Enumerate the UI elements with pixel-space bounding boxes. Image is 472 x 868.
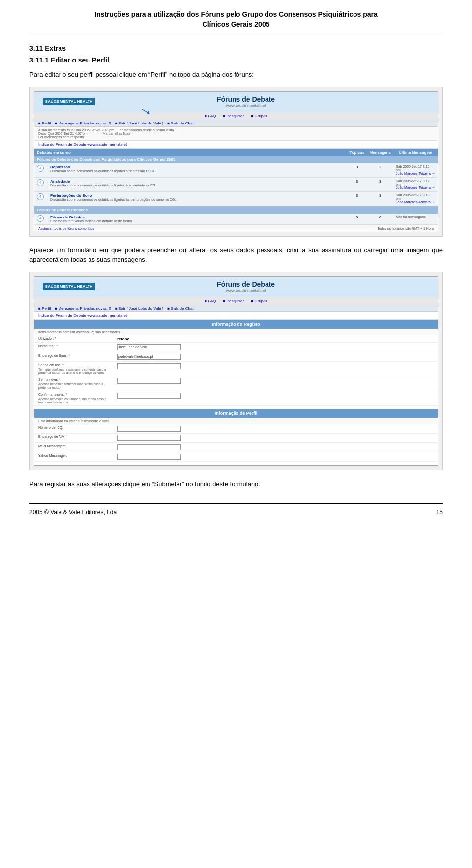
forum-footer-1: Assinalar todos os fóruns como lidos Tod… [34,225,438,232]
topics-count-depression: 3 [347,163,367,178]
msgs-count-ansiedade: 3 [367,177,393,191]
table-row: 4 Ansiedade Discussão sobre consensos ps… [34,177,438,191]
page-wrapper: Instruções para a utilização dos Fóruns … [0,0,472,535]
forum-nav-main-1: ■ Perfil ■ Mensagens Privadas novas: 0 ■… [34,120,438,127]
body-text-main: Aparece um formulário em que poderá pree… [30,246,442,265]
forum-breadcrumb-2: Índice do Fórum de Debate www.saude-ment… [34,312,438,320]
header-title-line1: Instruções para a utilização dos Fóruns … [94,10,378,18]
page-footer: 2005 © Vale & Vale Editores, Lda 15 [30,503,442,516]
forum-user-info-1: A sua última visita foi a Qua 2005-Set-2… [34,127,438,141]
topic-desc-sono: Discussão sobre consensos psiquiátricos … [50,198,345,201]
col-debates: Debates em curso [34,149,347,156]
forum-logo-1: SAÚDE MENTAL HEALTH [45,99,93,104]
footer-copyright: 2005 © Vale & Vale Editores, Lda [30,509,117,516]
topic-cell: Perturbações do Sono Discussão sobre con… [48,191,347,206]
field-aim: Endereço de AIM: [34,433,438,442]
label-utilizador: Utilizador: * [34,335,113,343]
topic-desc-public: Este fórum tem vários tópicos em debate … [50,219,345,223]
section-number: 3.11 Extras [30,44,442,52]
forum-url-2: www.saude-mental.net [99,288,392,293]
subsection-heading: 3.11.1 Editar o seu Perfil [30,56,442,64]
label-yahoo: Yahoo Messenger: [34,452,113,461]
field-nome: Nome real: * José Lobo do Vale [34,342,438,352]
footer-page-number: 15 [436,509,442,516]
msgs-count-depression: 2 [367,163,393,178]
label-senha-nova: Senha nova: * Apenas necessita fornecer … [34,376,113,391]
field-yahoo: Yahoo Messenger: [34,452,438,461]
header-title-line2: Clínicos Gerais 2005 [203,20,270,28]
forum-nav-main-2: ■ Perfil ■ Mensagens Privadas novas: 0 ■… [34,305,438,312]
footer-right-1: Todos os horários são GMT + 1 Hora [377,227,434,230]
msgs-count-public: 0 [367,214,393,225]
row-icon: 4 [34,214,48,225]
value-aim [113,433,438,442]
field-confirmar-senha: Confirmar senha: * Apenas necessita conf… [34,391,438,405]
forum-header-1: SAÚDE MENTAL HEALTH Fóruns de Debate www… [34,92,438,112]
value-email: pedrovale@netcabo.pt [113,352,438,361]
forum-icon-depression: 4 [37,165,44,172]
field-email: Endereço de Email: * pedrovale@netcabo.p… [34,352,438,361]
field-senha-uso: Senha em uso: * Tem que confirmar a sua … [34,361,438,376]
row-icon: 4 [34,177,48,191]
topic-cell: Ansiedade Discussão sobre consensos psiq… [48,177,347,191]
topics-count-public: 0 [347,214,367,225]
topic-desc-depression: Discussão sobre consensos psiquiátricos … [50,169,345,173]
col-ultima: Última Mensagem [393,149,438,156]
label-email: Endereço de Email: * [34,352,113,361]
topic-name-sono: Perturbações do Sono [50,193,345,198]
intro-text: Para editar o seu perfil pessoal clique … [30,70,442,80]
topic-cell: Depressão Discussão sobre consensos psiq… [48,163,347,178]
forum-section-row-1: Fóruns de Debate dos Consensos Psiquiátr… [34,156,438,163]
perfil-note: Esta informação irá estar públicamente v… [34,418,438,424]
field-icq: Número de ICQ: [34,424,438,434]
label-aim: Endereço de AIM: [34,433,113,442]
forum-icon-sono: 4 [37,193,44,200]
topics-count-sono: 3 [347,191,367,206]
label-msn: MSN Messenger: [34,442,113,452]
registo-section-header: Informação do Registo [34,320,438,329]
forum-icon-ansiedade: 4 [37,179,44,186]
msgs-count-sono: 3 [367,191,393,206]
forum-section-row-public: Fóruns de Debate Públicos [34,206,438,214]
forum-screenshot-1: → SAÚDE MENTAL HEALTH Fóruns de Debate w… [30,87,442,237]
col-topicos: Tópicos [347,149,367,156]
col-mensagens: Mensagens [367,149,393,156]
breadcrumb-text-2: Índice do Fórum de Debate www.saude-ment… [38,313,127,318]
perfil-form-table: Número de ICQ: Endereço de AIM: MSN Mess… [34,424,438,462]
row-icon: 4 [34,191,48,206]
table-row: 4 Fórum de Debates Este fórum tem vários… [34,214,438,225]
topic-name-depression: Depressão [50,165,345,169]
public-section-label: Fóruns de Debate Públicos [34,206,438,214]
last-msg-ansiedade: Sáb 2005-Set-17 3:17 pmJoão Marques-Teix… [393,177,438,191]
registo-note: Itens marcados com um asterisco (*) são … [34,329,438,335]
footer-left-1: Assinalar todos os fóruns como lidos [38,227,94,230]
field-senha-nova: Senha nova: * Apenas necessita fornecer … [34,376,438,391]
breadcrumb-text-1: Índice do Fórum de Debate www.saude-ment… [38,142,127,147]
topic-name-public: Fórum de Debates [50,215,345,219]
forum-inner-1: SAÚDE MENTAL HEALTH Fóruns de Debate www… [34,91,438,232]
label-nome: Nome real: * [34,342,113,352]
forum-breadcrumb-1: Índice do Fórum de Debate www.saude-ment… [34,141,438,149]
value-nome: José Lobo do Vale [113,342,438,352]
value-icq [113,424,438,434]
value-senha-nova [113,376,438,391]
row-icon: 4 [34,163,48,178]
topic-name-ansiedade: Ansiedade [50,179,345,184]
topic-desc-ansiedade: Discussão sobre consensos psiquiátricos … [50,184,345,187]
forum-table-1: Debates em curso Tópicos Mensagens Últim… [34,149,438,225]
section-label-1: Fóruns de Debate dos Consensos Psiquiátr… [34,156,438,163]
value-utilizador: zelobo [113,335,438,343]
last-msg-depression: Sáb 2005-Set-17 3:15 pmJoão Marques-Teix… [393,163,438,178]
last-msg-public: Não há mensagens [393,214,438,225]
forum-title-2: Fóruns de Debate [99,280,392,288]
value-senha-uso [113,361,438,376]
page-header: Instruções para a utilização dos Fóruns … [30,10,442,34]
forum-icon-public: 4 [37,215,44,222]
value-msn [113,442,438,452]
closing-text: Para registar as suas alterações clique … [30,479,442,489]
value-confirmar-senha [113,391,438,405]
table-row: 4 Perturbações do Sono Discussão sobre c… [34,191,438,206]
forum-header-2: SAÚDE MENTAL HEALTH Fóruns de Debate www… [34,277,438,297]
perfil-section-header: Informação de Perfil [34,409,438,418]
registo-form-table: Utilizador: * zelobo Nome real: * José L… [34,335,438,406]
